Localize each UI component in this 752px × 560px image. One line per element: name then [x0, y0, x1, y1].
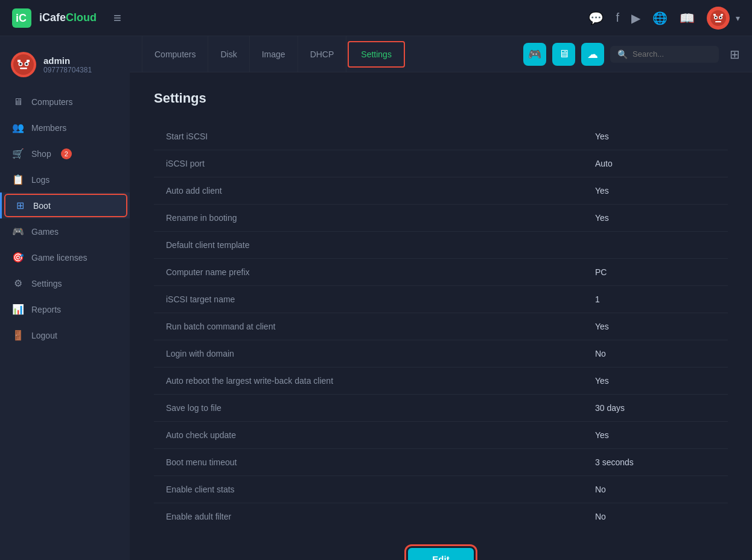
header-icons: 💬 f ▶ 🌐 📖 ▾	[588, 7, 740, 30]
user-menu[interactable]: ▾	[707, 7, 740, 30]
settings-row-value: No	[595, 512, 716, 521]
search-box: 🔍	[610, 46, 719, 63]
user-menu-chevron[interactable]: ▾	[736, 13, 740, 23]
games-icon: 🎮	[12, 226, 24, 237]
settings-row-value: Yes	[595, 213, 716, 223]
sidebar-label-shop: Shop	[31, 149, 51, 159]
settings-row: Rename in booting Yes	[154, 205, 728, 232]
reports-icon: 📊	[12, 304, 24, 315]
settings-row-label: Auto add client	[166, 186, 595, 196]
sidebar-label-settings: Settings	[31, 279, 62, 288]
settings-row-label: Login with domain	[166, 349, 595, 358]
top-header: iC iCafeCloud ≡ 💬 f ▶ 🌐 📖	[0, 0, 752, 36]
facebook-icon[interactable]: f	[616, 11, 619, 25]
tab-computers[interactable]: Computers	[142, 36, 208, 72]
settings-row-value: 30 days	[595, 403, 716, 413]
svg-point-13	[19, 63, 22, 65]
user-avatar-header[interactable]	[707, 7, 730, 30]
settings-row-label: Computer name prefix	[166, 267, 595, 277]
sidebar-item-game-licenses[interactable]: 🎯 Game licenses	[0, 244, 130, 270]
settings-row: Auto add client Yes	[154, 177, 728, 205]
settings-row: Start iSCSI Yes	[154, 123, 728, 150]
settings-row-label: Default client template	[166, 240, 595, 250]
search-input[interactable]	[633, 49, 712, 59]
svg-point-14	[25, 63, 28, 65]
main-content: Settings Start iSCSI Yes iSCSI port Auto…	[130, 72, 752, 560]
svg-rect-7	[715, 21, 721, 22]
svg-point-2	[710, 10, 726, 26]
sidebar-label-logout: Logout	[31, 331, 57, 340]
members-icon: 👥	[12, 122, 24, 133]
settings-row: Auto reboot the largest write-back data …	[154, 368, 728, 395]
settings-row-value: Yes	[595, 322, 716, 331]
settings-row: iSCSI port Auto	[154, 150, 728, 177]
sidebar-label-game-licenses: Game licenses	[31, 253, 88, 262]
settings-row: Auto check update Yes	[154, 422, 728, 449]
screen-action-btn[interactable]: 🖥	[552, 43, 575, 66]
logo-area: iC iCafeCloud ≡	[12, 8, 121, 28]
shop-icon: 🛒	[12, 148, 24, 159]
settings-row: Run batch command at client Yes	[154, 313, 728, 340]
tab-image[interactable]: Image	[250, 36, 298, 72]
user-avatar	[11, 52, 36, 77]
main-layout: admin 097778704381 🖥 Computers 👥 Members…	[0, 36, 752, 560]
settings-row-label: Start iSCSI	[166, 132, 595, 141]
settings-row: Save log to file 30 days	[154, 395, 728, 422]
book-icon[interactable]: 📖	[680, 11, 695, 25]
settings-row-value: No	[595, 485, 716, 494]
sidebar: admin 097778704381 🖥 Computers 👥 Members…	[0, 36, 130, 560]
sidebar-item-settings[interactable]: ⚙ Settings	[0, 270, 130, 296]
computers-icon: 🖥	[12, 97, 24, 107]
sidebar-label-logs: Logs	[31, 175, 49, 185]
game-licenses-icon: 🎯	[12, 252, 24, 263]
sidebar-navigation: 🖥 Computers 👥 Members 🛒 Shop 2 📋 Logs ⊞ …	[0, 89, 130, 348]
settings-row-value: PC	[595, 267, 716, 277]
user-section: admin 097778704381	[0, 42, 130, 89]
settings-row-label: Auto reboot the largest write-back data …	[166, 376, 595, 386]
sidebar-label-games: Games	[31, 227, 59, 237]
tab-dhcp[interactable]: DHCP	[298, 36, 347, 72]
sidebar-item-computers[interactable]: 🖥 Computers	[0, 89, 130, 115]
edit-button[interactable]: Edit	[408, 548, 473, 560]
settings-row: Enable client stats No	[154, 476, 728, 503]
svg-rect-9	[721, 14, 723, 16]
user-info: admin 097778704381	[43, 56, 92, 74]
sidebar-item-boot[interactable]: ⊞ Boot	[0, 192, 130, 218]
search-icon: 🔍	[617, 49, 628, 59]
svg-point-6	[720, 16, 722, 18]
settings-row-value: Yes	[595, 132, 716, 141]
sidebar-item-members[interactable]: 👥 Members	[0, 115, 130, 141]
settings-icon: ⚙	[12, 278, 24, 289]
network-icon[interactable]: ⊞	[730, 47, 740, 62]
sub-header: Computers Disk Image DHCP Settings 🎮 🖥 ☁…	[130, 36, 752, 72]
sidebar-item-reports[interactable]: 📊 Reports	[0, 296, 130, 322]
youtube-icon[interactable]: ▶	[631, 11, 640, 25]
settings-row-value: Yes	[595, 186, 716, 196]
edit-btn-container: Edit	[154, 548, 728, 560]
tab-actions: 🎮 🖥 ☁ 🔍 ⊞	[523, 43, 740, 66]
sidebar-item-shop[interactable]: 🛒 Shop 2	[0, 141, 130, 167]
sidebar-item-logs[interactable]: 📋 Logs	[0, 167, 130, 192]
sidebar-item-games[interactable]: 🎮 Games	[0, 218, 130, 244]
settings-table: Start iSCSI Yes iSCSI port Auto Auto add…	[154, 123, 728, 530]
settings-row-value: Auto	[595, 159, 716, 168]
user-phone: 097778704381	[43, 66, 92, 74]
discord-icon[interactable]: 💬	[588, 11, 604, 25]
hamburger-menu[interactable]: ≡	[113, 10, 121, 26]
tab-disk[interactable]: Disk	[208, 36, 249, 72]
gamepad-action-btn[interactable]: 🎮	[523, 43, 546, 66]
globe-icon[interactable]: 🌐	[652, 11, 668, 25]
content-area: Computers Disk Image DHCP Settings 🎮 🖥 ☁…	[130, 36, 752, 560]
tab-settings[interactable]: Settings	[348, 41, 405, 68]
settings-row-label: Enable client stats	[166, 485, 595, 494]
svg-rect-16	[18, 60, 21, 62]
sidebar-item-logout[interactable]: 🚪 Logout	[0, 322, 130, 348]
svg-text:iC: iC	[16, 12, 27, 24]
cloud-action-btn[interactable]: ☁	[581, 43, 604, 66]
logs-icon: 📋	[12, 174, 24, 185]
settings-row-value: 1	[595, 294, 716, 304]
username: admin	[43, 56, 92, 66]
settings-row-label: Enable adult filter	[166, 512, 595, 521]
settings-row-value: Yes	[595, 376, 716, 386]
boot-icon: ⊞	[14, 200, 26, 211]
